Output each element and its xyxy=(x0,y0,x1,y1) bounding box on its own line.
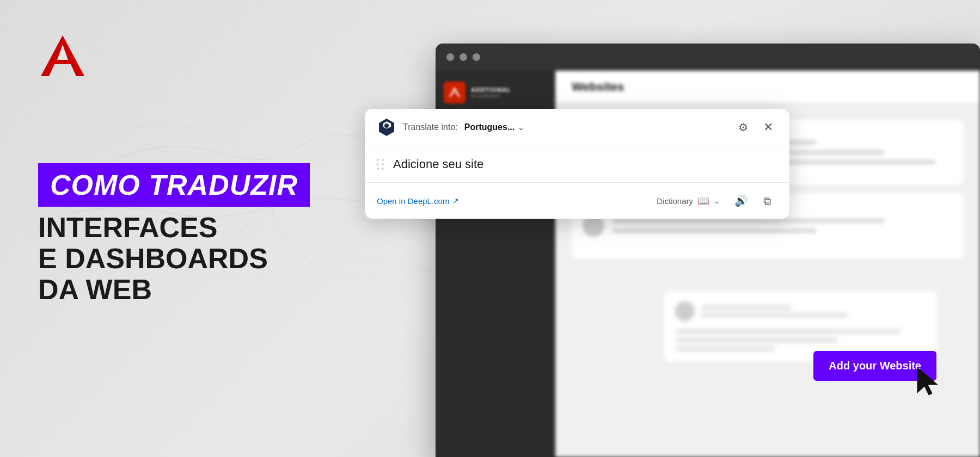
close-icon: ✕ xyxy=(763,120,773,134)
title-line-2: INTERFACES xyxy=(38,212,310,243)
card-line xyxy=(612,218,885,224)
gear-icon: ⚙ xyxy=(738,121,748,134)
blurred-line xyxy=(701,313,847,317)
copy-button[interactable]: ⧉ xyxy=(757,190,777,211)
browser-dot-3 xyxy=(473,53,480,61)
browser-window: ADDTIONAL for publishers SITES Websites xyxy=(436,44,980,457)
blurred-line xyxy=(675,338,838,342)
translation-area: Adicione seu site xyxy=(365,146,789,183)
browser-dot-1 xyxy=(446,53,454,61)
highlight-text: COMO TRADUZIR xyxy=(50,169,298,201)
blurred-line xyxy=(675,347,775,351)
title-line-3: E DASHBOARDS xyxy=(38,243,310,274)
chevron-down-icon: ⌄ xyxy=(518,123,524,132)
title-line-4: DA WEB xyxy=(38,274,310,305)
blurred-line xyxy=(701,305,791,310)
footer-actions: 🔊 ⧉ xyxy=(731,190,777,211)
hero-text-block: COMO TRADUZIR INTERFACES E DASHBOARDS DA… xyxy=(38,163,310,306)
blurred-lines xyxy=(701,305,926,317)
external-link-icon: ↗ xyxy=(452,196,459,205)
left-section: COMO TRADUZIR INTERFACES E DASHBOARDS DA… xyxy=(0,0,425,457)
add-website-wrapper: Add your Website xyxy=(813,351,936,381)
blurred-card-header xyxy=(675,301,926,321)
speaker-icon: 🔊 xyxy=(734,194,748,207)
browser-dot-2 xyxy=(460,53,467,61)
highlight-badge: COMO TRADUZIR xyxy=(38,163,310,207)
sidebar-title: ADDTIONAL for publishers xyxy=(471,87,511,98)
card-lines-2 xyxy=(612,218,953,233)
card-line xyxy=(612,228,817,233)
dictionary-label: Dictionary xyxy=(657,196,693,206)
deepl-popup: Translate into: Portugues... ⌄ ⚙ ✕ xyxy=(365,109,789,219)
speaker-button[interactable]: 🔊 xyxy=(731,190,751,211)
cursor-arrow xyxy=(915,365,942,397)
popup-header: Translate into: Portugues... ⌄ ⚙ ✕ xyxy=(365,109,789,146)
svg-marker-12 xyxy=(917,367,938,395)
blurred-line xyxy=(675,329,901,334)
brand-logo xyxy=(38,33,87,82)
app-main-header: Websites xyxy=(555,71,980,103)
browser-titlebar xyxy=(436,44,980,71)
logo-area xyxy=(38,33,387,84)
popup-footer: Open in DeepL.com ↗ Dictionary 📖 ⌄ 🔊 ⧉ xyxy=(365,183,789,219)
copy-icon: ⧉ xyxy=(763,195,771,207)
chevron-down-icon: ⌄ xyxy=(714,197,720,205)
close-button[interactable]: ✕ xyxy=(759,118,777,137)
settings-button[interactable]: ⚙ xyxy=(734,118,752,137)
book-icon: 📖 xyxy=(697,195,709,207)
dictionary-button[interactable]: Dictionary 📖 ⌄ xyxy=(657,195,720,207)
blurred-avatar xyxy=(675,301,695,321)
selected-language: Portugues... xyxy=(464,122,514,132)
sidebar-logo xyxy=(444,82,465,103)
bottom-right-area: Add your Website xyxy=(664,291,936,381)
language-dropdown[interactable]: Portugues... ⌄ xyxy=(464,122,524,132)
right-section: ADDTIONAL for publishers SITES Websites xyxy=(381,0,980,457)
translated-text: Adicione seu site xyxy=(393,157,777,171)
